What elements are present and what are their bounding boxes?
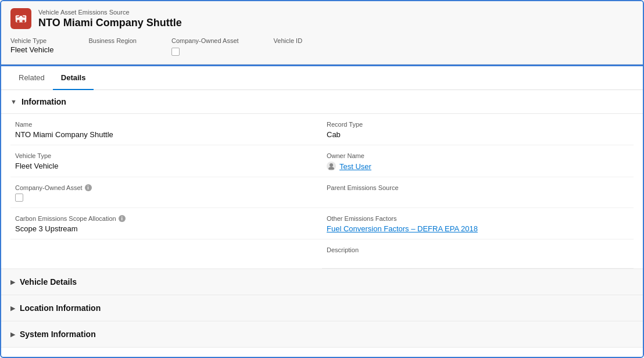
- section-vehicle-details: ▶ Vehicle Details: [1, 269, 643, 295]
- owner-with-icon: Test User: [327, 162, 624, 171]
- vehicle-details-header[interactable]: ▶ Vehicle Details: [1, 269, 643, 295]
- owner-name-label: Owner Name: [327, 152, 624, 159]
- tab-related[interactable]: Related: [10, 66, 53, 90]
- name-label: Name: [15, 121, 313, 128]
- company-owned-checkbox[interactable]: [171, 48, 180, 56]
- tab-details[interactable]: Details: [53, 66, 94, 90]
- name-value: NTO Miami Company Shuttle: [15, 130, 313, 139]
- vehicle-details-title: Vehicle Details: [20, 277, 77, 287]
- company-owned-asset-checkbox[interactable]: [15, 194, 23, 202]
- location-information-title: Location Information: [20, 303, 101, 313]
- field-other-emissions: Other Emissions Factors Fuel Conversion …: [322, 208, 634, 239]
- header-titles: Vehicle Asset Emissions Source NTO Miami…: [38, 9, 182, 29]
- svg-point-1: [17, 20, 20, 23]
- header-subtitle: Vehicle Asset Emissions Source: [38, 9, 182, 16]
- tabs: Related Details: [1, 66, 643, 90]
- system-chevron-icon: ▶: [10, 331, 15, 338]
- location-information-header[interactable]: ▶ Location Information: [1, 295, 643, 321]
- other-emissions-value[interactable]: Fuel Conversion Factors – DEFRA EPA 2018: [327, 224, 624, 233]
- carbon-scope-value: Scope 3 Upstream: [15, 224, 313, 233]
- header-title: NTO Miami Company Shuttle: [38, 17, 182, 29]
- header-fields: Vehicle Type Fleet Vehicle Business Regi…: [10, 37, 634, 56]
- vehicle-type-field-value: Fleet Vehicle: [15, 162, 313, 170]
- section-information-header[interactable]: ▼ Information: [1, 90, 643, 114]
- description-label: Description: [327, 246, 624, 253]
- header-field-business-region: Business Region: [88, 37, 137, 56]
- header-top: Vehicle Asset Emissions Source NTO Miami…: [10, 8, 634, 29]
- owner-avatar: [327, 162, 336, 171]
- location-chevron-icon: ▶: [10, 305, 15, 312]
- record-icon: [10, 8, 31, 29]
- svg-point-5: [328, 167, 334, 170]
- vehicle-details-chevron-icon: ▶: [10, 278, 15, 286]
- section-location-information: ▶ Location Information: [1, 295, 643, 321]
- header-field-vehicle-type: Vehicle Type Fleet Vehicle: [10, 37, 53, 56]
- field-owner-name: Owner Name Test User ✏: [322, 145, 634, 177]
- svg-point-4: [330, 163, 333, 167]
- page-container: Vehicle Asset Emissions Source NTO Miami…: [0, 0, 644, 358]
- field-company-owned-asset: Company-Owned Asset i ✏: [10, 177, 322, 208]
- system-information-title: System Information: [20, 330, 96, 339]
- svg-point-2: [22, 20, 25, 23]
- vehicle-type-label: Vehicle Type: [10, 37, 53, 44]
- section-system-information: ▶ System Information: [1, 321, 643, 348]
- field-carbon-scope: Carbon Emissions Scope Allocation i Scop…: [10, 208, 322, 239]
- main-content: Related Details ▼ Information Name NTO M…: [1, 65, 643, 357]
- header: Vehicle Asset Emissions Source NTO Miami…: [1, 1, 643, 65]
- section-information: ▼ Information Name NTO Miami Company Shu…: [1, 90, 643, 269]
- field-vehicle-type: Vehicle Type Fleet Vehicle ✏: [10, 145, 322, 177]
- header-field-company-owned: Company-Owned Asset: [171, 37, 239, 56]
- information-chevron-icon: ▼: [10, 98, 17, 105]
- carbon-scope-info-icon[interactable]: i: [119, 215, 126, 222]
- business-region-label: Business Region: [88, 37, 137, 44]
- owner-name-value[interactable]: Test User: [339, 162, 371, 171]
- other-emissions-label: Other Emissions Factors: [327, 215, 624, 222]
- field-name: Name NTO Miami Company Shuttle ✏: [10, 114, 322, 145]
- system-information-header[interactable]: ▶ System Information: [1, 321, 643, 347]
- carbon-scope-label: Carbon Emissions Scope Allocation i: [15, 215, 313, 222]
- parent-emissions-label: Parent Emissions Source: [327, 184, 624, 191]
- record-type-label: Record Type: [327, 121, 624, 128]
- company-owned-asset-label: Company-Owned Asset i: [15, 184, 313, 191]
- information-title: Information: [22, 97, 66, 106]
- record-type-value: Cab: [327, 130, 624, 139]
- company-owned-label: Company-Owned Asset: [171, 37, 239, 44]
- company-owned-info-icon[interactable]: i: [85, 184, 92, 191]
- field-parent-emissions-source: Parent Emissions Source ✏: [322, 177, 634, 208]
- vehicle-id-label: Vehicle ID: [274, 37, 303, 44]
- header-field-vehicle-id: Vehicle ID: [274, 37, 303, 56]
- field-description: Description ✏: [322, 239, 634, 268]
- vehicle-type-field-label: Vehicle Type: [15, 152, 313, 159]
- vehicle-type-value: Fleet Vehicle: [10, 45, 53, 54]
- field-record-type: Record Type Cab ✏: [322, 114, 634, 145]
- information-fields-grid: Name NTO Miami Company Shuttle ✏ Record …: [1, 114, 643, 268]
- company-owned-checkbox-wrapper: [171, 48, 239, 56]
